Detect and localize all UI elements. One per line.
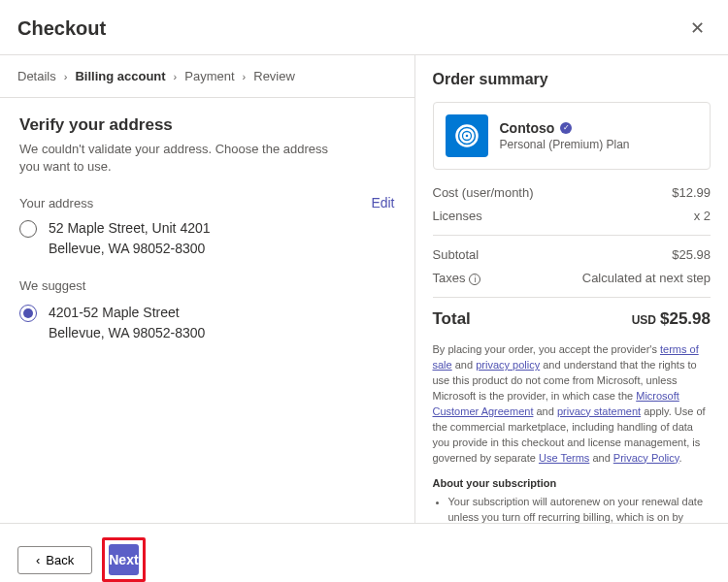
- breadcrumb-billing-account[interactable]: Billing account: [75, 69, 165, 83]
- verify-subtitle: We couldn't validate your address. Choos…: [19, 141, 349, 176]
- we-suggest-label: We suggest: [19, 278, 395, 293]
- your-address-label: Your address: [19, 196, 93, 210]
- page-title: Checkout: [17, 17, 106, 40]
- chevron-right-icon: ›: [239, 71, 250, 82]
- breadcrumb-details[interactable]: Details: [17, 69, 56, 83]
- radio-icon: [19, 220, 37, 238]
- product-name: Contoso: [500, 120, 555, 136]
- privacy-policy-link[interactable]: privacy policy: [476, 359, 540, 371]
- next-button[interactable]: Next: [109, 544, 138, 575]
- licenses-value: x 2: [694, 209, 711, 223]
- divider: [433, 297, 711, 298]
- address-line1: 52 Maple Street, Unit 4201: [49, 218, 211, 239]
- verified-badge-icon: [560, 122, 572, 134]
- about-subscription-heading: About your subscription: [433, 476, 711, 492]
- taxes-label: Taxesi: [433, 271, 481, 285]
- radio-checked-icon: [19, 305, 37, 322]
- address-line2: Bellevue, WA 98052-8300: [49, 323, 205, 343]
- cost-label: Cost (user/month): [433, 185, 534, 200]
- divider: [433, 235, 711, 236]
- verify-heading: Verify your address: [19, 115, 395, 135]
- use-terms-link[interactable]: Use Terms: [539, 452, 589, 464]
- breadcrumb: Details › Billing account › Payment › Re…: [0, 55, 414, 98]
- cost-value: $12.99: [672, 185, 711, 200]
- address-option-entered[interactable]: 52 Maple Street, Unit 4201 Bellevue, WA …: [19, 218, 395, 259]
- privacy-policy2-link[interactable]: Privacy Policy: [613, 452, 679, 464]
- subtotal-label: Subtotal: [433, 247, 480, 262]
- chevron-left-icon: ‹: [36, 553, 40, 567]
- address-line1: 4201-52 Maple Street: [49, 303, 205, 323]
- address-line2: Bellevue, WA 98052-8300: [49, 239, 211, 259]
- privacy-statement-link[interactable]: privacy statement: [557, 405, 641, 417]
- subscription-bullet-autorenew: Your subscription will autorenew on your…: [448, 495, 711, 523]
- licenses-label: Licenses: [433, 209, 482, 223]
- total-label: Total: [433, 309, 471, 329]
- chevron-right-icon: ›: [170, 71, 182, 82]
- taxes-value: Calculated at next step: [582, 271, 711, 285]
- chevron-right-icon: ›: [60, 71, 72, 82]
- legal-text: By placing your order, you accept the pr…: [433, 342, 711, 523]
- svg-point-1: [460, 130, 473, 143]
- order-summary-heading: Order summary: [433, 71, 711, 88]
- breadcrumb-payment[interactable]: Payment: [184, 69, 234, 83]
- breadcrumb-review[interactable]: Review: [253, 69, 295, 83]
- close-button[interactable]: ✕: [684, 14, 711, 43]
- close-icon: ✕: [690, 18, 705, 38]
- info-icon[interactable]: i: [469, 274, 480, 285]
- product-card: Contoso Personal (Premium) Plan: [433, 102, 711, 170]
- total-amount: USD$25.98: [632, 309, 711, 329]
- highlight-annotation: Next: [102, 537, 145, 582]
- svg-point-2: [464, 133, 469, 138]
- product-logo-icon: [446, 114, 488, 157]
- address-option-suggested[interactable]: 4201-52 Maple Street Bellevue, WA 98052-…: [19, 303, 395, 343]
- subtotal-value: $25.98: [672, 247, 711, 262]
- product-plan: Personal (Premium) Plan: [500, 138, 630, 151]
- edit-address-link[interactable]: Edit: [371, 195, 394, 210]
- back-button[interactable]: ‹ Back: [17, 546, 92, 574]
